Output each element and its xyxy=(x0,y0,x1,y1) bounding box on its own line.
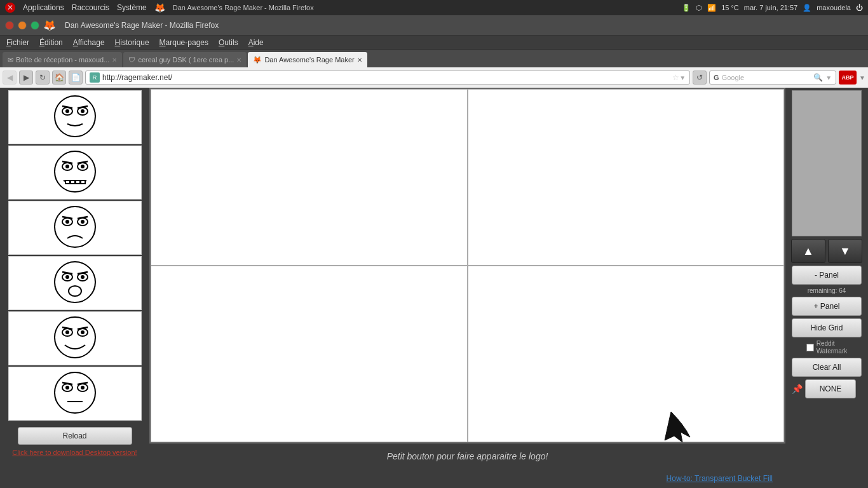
watermark-checkbox[interactable] xyxy=(806,344,814,351)
tab-ragemaker[interactable]: 🦊 Dan Awesome's Rage Maker ✕ xyxy=(248,52,367,67)
tab-mail-close[interactable]: ✕ xyxy=(112,57,117,64)
nav-go-btn[interactable]: ↺ xyxy=(693,71,707,85)
clear-all-button[interactable]: Clear All xyxy=(792,358,862,377)
reload-button[interactable]: Reload xyxy=(18,427,132,445)
search-dropdown-icon[interactable]: ▼ xyxy=(825,74,832,81)
battery-icon: 🔋 xyxy=(682,4,691,12)
panel-3[interactable] xyxy=(151,266,468,442)
os-topbar: ✕ Applications Raccourcis Système 🦊 Dan … xyxy=(0,0,868,15)
nav-bookmark-btn[interactable]: 📄 xyxy=(69,71,83,85)
window-min-btn[interactable] xyxy=(18,21,27,30)
url-bar[interactable]: R http://ragemaker.net/ ☆ ▼ xyxy=(85,71,690,85)
wifi-icon: 📶 xyxy=(707,4,716,12)
window-chrome: 🦊 Dan Awesome's Rage Maker - Mozilla Fir… xyxy=(0,15,868,36)
window-favicon: 🦊 xyxy=(43,19,56,31)
nav-forward-btn[interactable]: ▶ xyxy=(19,71,33,85)
username: maxoudela xyxy=(817,4,851,11)
menu-outils[interactable]: Outils xyxy=(215,37,242,48)
firefox-taskbar-icon[interactable]: 🦊 xyxy=(154,3,165,13)
scrollbar-right-btn: ▼ xyxy=(859,74,865,81)
tab-bar: ✉ Boîte de réception - maxoud... ✕ 🛡 cer… xyxy=(0,50,868,67)
window-close-btn[interactable] xyxy=(5,21,14,30)
window-title: Dan Awesome's Rage Maker - Mozilla Firef… xyxy=(65,21,219,30)
meme-face-6 xyxy=(11,369,139,419)
move-up-btn[interactable]: ▲ xyxy=(791,239,825,263)
meme-face-1 xyxy=(11,92,139,143)
tab-mail-label: Boîte de réception - maxoud... xyxy=(16,56,109,64)
url-dropdown-icon[interactable]: ▼ xyxy=(679,74,686,81)
tab-cereal[interactable]: 🛡 cereal guy DSK ( 1ere crea p... ✕ xyxy=(123,52,247,67)
hide-grid-button[interactable]: Hide Grid xyxy=(792,318,862,337)
menu-fichier[interactable]: Fichier xyxy=(3,37,33,48)
preview-box xyxy=(792,90,862,236)
search-bar[interactable]: G Google 🔍 ▼ xyxy=(709,71,836,85)
move-down-btn[interactable]: ▼ xyxy=(828,239,862,263)
menu-marquepages[interactable]: Marque-pages xyxy=(156,37,212,48)
os-shortcuts[interactable]: Raccourcis xyxy=(72,3,109,12)
nav-back-btn[interactable]: ◀ xyxy=(3,71,17,85)
meme-face-4 xyxy=(11,258,139,309)
meme-item-4[interactable] xyxy=(8,256,142,310)
watermark-row: RedditWatermark xyxy=(806,340,848,355)
tab-mail[interactable]: ✉ Boîte de réception - maxoud... ✕ xyxy=(3,52,122,67)
os-system[interactable]: Système xyxy=(117,3,147,12)
tab-cereal-close[interactable]: ✕ xyxy=(236,57,241,64)
os-logo: ✕ xyxy=(5,3,15,13)
pin-none-row: 📌 NONE xyxy=(792,379,862,398)
sidebar: Reload Click here to download Desktop ve… xyxy=(0,88,149,488)
remaining-label: remaining: 64 xyxy=(808,287,846,294)
meme-face-3 xyxy=(11,203,139,254)
comic-area: Petit bouton pour faire apparaitre le lo… xyxy=(149,88,785,488)
address-bar: ◀ ▶ ↻ 🏠 📄 R http://ragemaker.net/ ☆ ▼ ↺ … xyxy=(0,67,868,88)
meme-face-5 xyxy=(11,313,139,364)
meme-item-2[interactable] xyxy=(8,146,142,200)
menu-historique[interactable]: Historique xyxy=(111,37,153,48)
temperature: 15 °C xyxy=(721,4,739,11)
nav-home-btn[interactable]: 🏠 xyxy=(52,71,66,85)
right-panel: ▲ ▼ - Panel remaining: 64 + Panel Hide G… xyxy=(785,88,868,488)
menu-aide[interactable]: Aide xyxy=(245,37,268,48)
user-icon: 👤 xyxy=(803,4,811,12)
url-star-icon[interactable]: ☆ xyxy=(672,73,679,82)
plus-panel-button[interactable]: + Panel xyxy=(792,297,862,316)
arrows-row: ▲ ▼ xyxy=(791,239,862,263)
howto-link[interactable]: How-to: Transparent Bucket Fill xyxy=(659,471,780,485)
menu-affichage[interactable]: Affichage xyxy=(69,37,109,48)
panels-grid xyxy=(149,88,785,444)
browser-content: Reload Click here to download Desktop ve… xyxy=(0,88,868,488)
meme-item-6[interactable] xyxy=(8,367,142,421)
menu-bar: Fichier Édition Affichage Historique Mar… xyxy=(0,36,868,50)
panel-4[interactable] xyxy=(468,266,785,442)
meme-item-5[interactable] xyxy=(8,311,142,365)
url-text: http://ragemaker.net/ xyxy=(102,73,172,82)
tab-cereal-label: cereal guy DSK ( 1ere crea p... xyxy=(138,56,234,64)
menu-edition[interactable]: Édition xyxy=(36,37,67,48)
panel-2[interactable] xyxy=(468,89,785,266)
datetime: mar. 7 juin, 21:57 xyxy=(744,4,797,11)
search-icon[interactable]: 🔍 xyxy=(813,73,823,82)
tab-mail-icon: ✉ xyxy=(8,56,13,64)
download-link[interactable]: Click here to download Desktop version! xyxy=(10,446,139,459)
bottom-bar: How-to: Transparent Bucket Fill xyxy=(149,469,785,488)
meme-face-2 xyxy=(11,147,139,198)
adblock-btn[interactable]: ABP xyxy=(839,71,857,85)
search-placeholder: Google xyxy=(722,74,811,81)
tab-rage-label: Dan Awesome's Rage Maker xyxy=(264,56,354,64)
none-button[interactable]: NONE xyxy=(805,379,856,398)
power-icon[interactable]: ⏻ xyxy=(856,4,863,11)
meme-item-1[interactable] xyxy=(8,90,142,144)
tab-rage-close[interactable]: ✕ xyxy=(357,57,362,64)
bluetooth-icon: ⬡ xyxy=(696,4,702,12)
google-logo: G xyxy=(714,74,719,81)
os-apps[interactable]: Applications xyxy=(23,3,64,12)
meme-item-3[interactable] xyxy=(8,201,142,255)
panel-1[interactable] xyxy=(151,89,468,266)
pin-icon: 📌 xyxy=(792,384,803,394)
watermark-label: RedditWatermark xyxy=(817,340,848,355)
window-max-btn[interactable] xyxy=(31,21,39,30)
url-site-icon: R xyxy=(90,72,100,83)
minus-panel-button[interactable]: - Panel xyxy=(792,266,862,285)
nav-reload-btn[interactable]: ↻ xyxy=(36,71,50,85)
tab-rage-icon: 🦊 xyxy=(253,56,262,64)
cursor-arrow xyxy=(658,405,696,444)
